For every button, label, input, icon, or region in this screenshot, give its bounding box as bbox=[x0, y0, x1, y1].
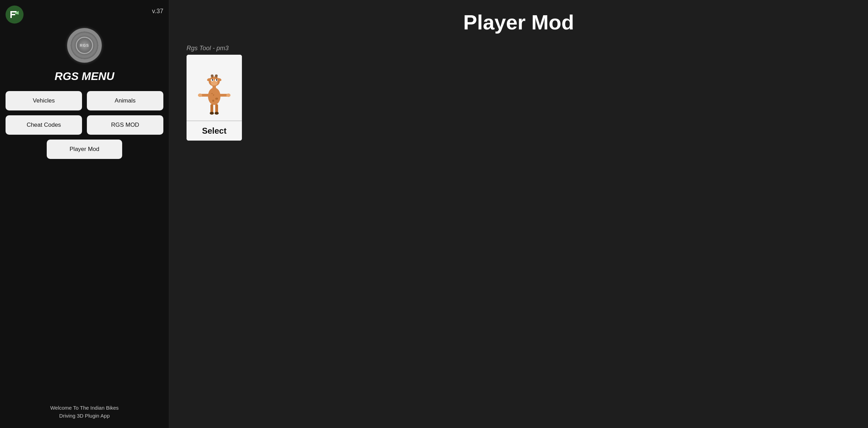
svg-point-28 bbox=[215, 112, 219, 115]
main-content: Player Mod Rgs Tool - pm3 bbox=[169, 0, 868, 428]
welcome-line2: Driving 3D Plugin App bbox=[59, 413, 110, 419]
svg-point-13 bbox=[212, 79, 213, 81]
svg-point-23 bbox=[198, 93, 202, 97]
animals-button[interactable]: Animals bbox=[87, 91, 163, 110]
welcome-line1: Welcome To The Indian Bikes bbox=[50, 405, 119, 411]
menu-grid: Vehicles Animals Cheat Codes RGS MOD bbox=[6, 91, 163, 135]
tool-label: Rgs Tool - pm3 bbox=[187, 45, 228, 52]
version-label: v.37 bbox=[152, 6, 163, 15]
svg-rect-1 bbox=[10, 11, 17, 12]
page-title: Player Mod bbox=[183, 10, 854, 34]
character-svg bbox=[195, 60, 233, 115]
cheat-codes-button[interactable]: Cheat Codes bbox=[6, 115, 82, 135]
svg-point-27 bbox=[210, 112, 214, 115]
player-mod-button[interactable]: Player Mod bbox=[47, 140, 123, 159]
svg-rect-2 bbox=[10, 14, 15, 15]
rgs-mod-button[interactable]: RGS MOD bbox=[87, 115, 163, 135]
character-image bbox=[187, 55, 242, 121]
sidebar-top: v.37 bbox=[6, 6, 163, 24]
svg-point-14 bbox=[216, 79, 217, 81]
svg-point-24 bbox=[226, 93, 230, 97]
app-logo-icon bbox=[6, 6, 24, 24]
select-button[interactable]: Select bbox=[187, 121, 242, 141]
welcome-text: Welcome To The Indian Bikes Driving 3D P… bbox=[50, 397, 119, 420]
svg-point-7 bbox=[212, 100, 214, 102]
vehicles-button[interactable]: Vehicles bbox=[6, 91, 82, 110]
sidebar: v.37 RGS RGS MENU Vehicles Animals Cheat… bbox=[0, 0, 169, 428]
menu-title: RGS MENU bbox=[55, 70, 114, 83]
rgs-logo: RGS bbox=[65, 26, 103, 64]
rgs-logo-text: RGS bbox=[80, 43, 89, 47]
player-mod-area: Rgs Tool - pm3 bbox=[187, 45, 854, 141]
svg-point-19 bbox=[211, 74, 214, 77]
character-card: Select bbox=[187, 55, 242, 141]
svg-point-6 bbox=[215, 98, 218, 100]
svg-point-20 bbox=[215, 74, 218, 77]
